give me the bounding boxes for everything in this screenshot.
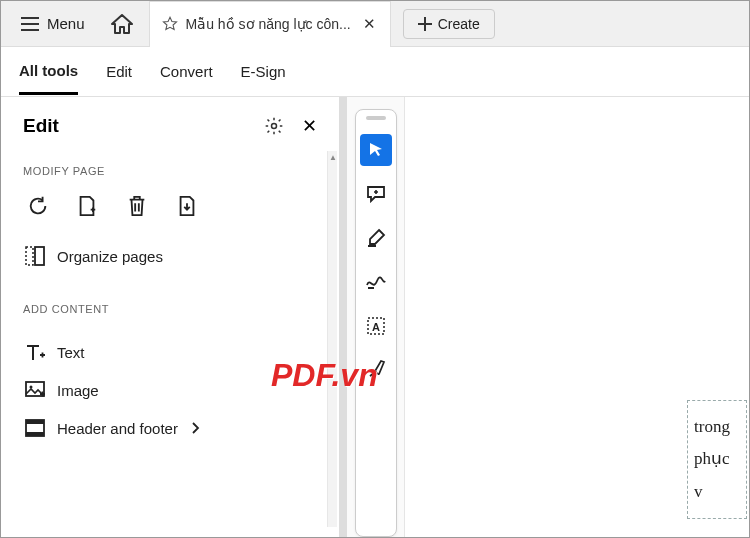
textbox-icon: A — [366, 316, 386, 336]
scrollbar[interactable] — [327, 151, 337, 527]
panel-divider[interactable] — [339, 97, 347, 537]
select-tool-button[interactable] — [360, 134, 392, 166]
modify-page-label: MODIFY PAGE — [23, 165, 317, 177]
add-image-label: Image — [57, 382, 99, 399]
canvas-gutter: A — [347, 97, 405, 537]
close-panel-button[interactable]: ✕ — [302, 115, 317, 137]
add-image-button[interactable]: Image — [23, 371, 317, 409]
tab-edit[interactable]: Edit — [106, 50, 132, 93]
svg-text:A: A — [372, 321, 380, 333]
tab-all-tools[interactable]: All tools — [19, 49, 78, 95]
floating-toolbar: A — [355, 109, 397, 537]
add-text-button[interactable]: Text — [23, 333, 317, 371]
plus-icon — [418, 17, 432, 31]
add-text-label: Text — [57, 344, 85, 361]
gear-icon — [264, 116, 284, 136]
cursor-icon — [367, 141, 385, 159]
svg-rect-2 — [35, 247, 44, 265]
home-button[interactable] — [101, 8, 143, 40]
tab-esign[interactable]: E-Sign — [241, 50, 286, 93]
svg-rect-6 — [26, 420, 44, 424]
pen-icon — [366, 360, 386, 380]
chevron-right-icon — [192, 422, 200, 434]
side-panel: Edit ✕ MODIFY PAGE — [1, 97, 339, 537]
insert-page-button[interactable] — [177, 195, 199, 217]
organize-pages-label: Organize pages — [57, 248, 163, 265]
hamburger-icon — [21, 17, 39, 31]
draw-tool-button[interactable] — [360, 266, 392, 298]
modify-page-tools — [23, 195, 317, 217]
image-icon — [25, 380, 45, 400]
main-toolbar: All tools Edit Convert E-Sign — [1, 47, 749, 97]
create-label: Create — [438, 16, 480, 32]
page-arrow-icon — [177, 195, 197, 217]
side-panel-title: Edit — [23, 115, 59, 137]
textbox-tool-button[interactable]: A — [360, 310, 392, 342]
tab-title: Mẫu hồ sơ năng lực côn... — [186, 16, 351, 32]
organize-icon — [25, 246, 45, 266]
trash-icon — [127, 195, 147, 217]
settings-button[interactable] — [264, 116, 284, 136]
comment-icon — [366, 185, 386, 203]
tab-close-icon[interactable]: ✕ — [363, 15, 376, 33]
rotate-button[interactable] — [27, 195, 49, 217]
delete-page-button[interactable] — [127, 195, 149, 217]
organize-pages-button[interactable]: Organize pages — [23, 237, 317, 275]
header-footer-icon — [25, 418, 45, 438]
side-panel-header: Edit ✕ — [23, 115, 317, 137]
create-button[interactable]: Create — [403, 9, 495, 39]
add-header-footer-button[interactable]: Header and footer — [23, 409, 317, 447]
add-header-footer-label: Header and footer — [57, 420, 178, 437]
toolbar-grip-icon[interactable] — [366, 116, 386, 120]
menu-label: Menu — [47, 15, 85, 32]
sign-tool-button[interactable] — [360, 354, 392, 386]
svg-rect-1 — [26, 247, 33, 265]
titlebar: Menu Mẫu hồ sơ năng lực côn... ✕ Create — [1, 1, 749, 47]
document-canvas: A trong phục v — [347, 97, 749, 537]
svg-rect-7 — [26, 432, 44, 436]
doc-line-2: phục v — [694, 443, 742, 508]
main-area: Edit ✕ MODIFY PAGE — [1, 97, 749, 537]
highlighter-icon — [366, 228, 386, 248]
add-content-label: ADD CONTENT — [23, 303, 317, 315]
text-icon — [25, 342, 45, 362]
tab-convert[interactable]: Convert — [160, 50, 213, 93]
extract-page-button[interactable] — [77, 195, 99, 217]
highlight-tool-button[interactable] — [360, 222, 392, 254]
comment-tool-button[interactable] — [360, 178, 392, 210]
svg-point-0 — [272, 124, 277, 129]
page-plus-icon — [77, 195, 97, 217]
document-text-region[interactable]: trong phục v — [687, 400, 747, 519]
freehand-icon — [366, 275, 386, 289]
scroll-up-arrow[interactable]: ▲ — [329, 153, 337, 162]
rotate-icon — [27, 195, 49, 217]
doc-line-1: trong — [694, 411, 742, 443]
menu-button[interactable]: Menu — [9, 9, 97, 38]
home-icon — [111, 14, 133, 34]
star-icon — [162, 16, 178, 32]
document-tab[interactable]: Mẫu hồ sơ năng lực côn... ✕ — [149, 1, 391, 47]
